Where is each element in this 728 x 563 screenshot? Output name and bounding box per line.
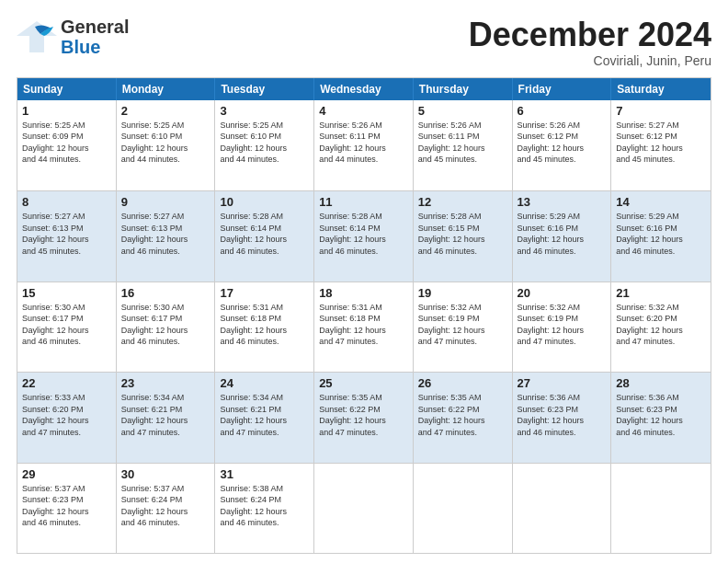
- day-27: 27 Sunrise: 5:36 AMSunset: 6:23 PMDaylig…: [513, 373, 612, 462]
- header-friday: Friday: [513, 78, 612, 100]
- calendar-week-2: 15 Sunrise: 5:30 AMSunset: 6:17 PMDaylig…: [17, 282, 711, 372]
- day-8: 8 Sunrise: 5:27 AMSunset: 6:13 PMDayligh…: [17, 191, 117, 281]
- day-7: 7 Sunrise: 5:27 AMSunset: 6:12 PMDayligh…: [611, 100, 711, 190]
- day-18: 18 Sunrise: 5:31 AMSunset: 6:18 PMDaylig…: [314, 282, 414, 372]
- header: General Blue December 2024 Coviriali, Ju…: [17, 17, 711, 68]
- day-empty-2: [414, 464, 513, 553]
- day-26: 26 Sunrise: 5:35 AMSunset: 6:22 PMDaylig…: [414, 373, 513, 462]
- day-16: 16 Sunrise: 5:30 AMSunset: 6:17 PMDaylig…: [117, 282, 216, 372]
- header-sunday: Sunday: [17, 78, 117, 100]
- day-20: 20 Sunrise: 5:32 AMSunset: 6:19 PMDaylig…: [513, 282, 612, 372]
- day-11: 11 Sunrise: 5:28 AMSunset: 6:14 PMDaylig…: [314, 191, 414, 281]
- day-4: 4 Sunrise: 5:26 AMSunset: 6:11 PMDayligh…: [314, 100, 414, 190]
- calendar-week-4: 29 Sunrise: 5:37 AMSunset: 6:23 PMDaylig…: [17, 463, 711, 553]
- svg-marker-0: [17, 21, 57, 52]
- page: General Blue December 2024 Coviriali, Ju…: [0, 0, 728, 563]
- calendar-body: 1 Sunrise: 5:25 AMSunset: 6:09 PMDayligh…: [17, 100, 711, 553]
- day-23: 23 Sunrise: 5:34 AMSunset: 6:21 PMDaylig…: [117, 373, 216, 462]
- day-22: 22 Sunrise: 5:33 AMSunset: 6:20 PMDaylig…: [17, 373, 117, 462]
- calendar-week-3: 22 Sunrise: 5:33 AMSunset: 6:20 PMDaylig…: [17, 372, 711, 462]
- day-5: 5 Sunrise: 5:26 AMSunset: 6:11 PMDayligh…: [414, 100, 513, 190]
- day-19: 19 Sunrise: 5:32 AMSunset: 6:19 PMDaylig…: [414, 282, 513, 372]
- day-30: 30 Sunrise: 5:37 AMSunset: 6:24 PMDaylig…: [117, 464, 216, 553]
- logo-general: General: [61, 17, 129, 37]
- day-6: 6 Sunrise: 5:26 AMSunset: 6:12 PMDayligh…: [513, 100, 612, 190]
- header-thursday: Thursday: [414, 78, 513, 100]
- day-29: 29 Sunrise: 5:37 AMSunset: 6:23 PMDaylig…: [17, 464, 117, 553]
- calendar-subtitle: Coviriali, Junin, Peru: [469, 53, 711, 68]
- calendar-week-0: 1 Sunrise: 5:25 AMSunset: 6:09 PMDayligh…: [17, 100, 711, 190]
- calendar-week-1: 8 Sunrise: 5:27 AMSunset: 6:13 PMDayligh…: [17, 190, 711, 281]
- day-17: 17 Sunrise: 5:31 AMSunset: 6:18 PMDaylig…: [215, 282, 314, 372]
- day-14: 14 Sunrise: 5:29 AMSunset: 6:16 PMDaylig…: [611, 191, 711, 281]
- day-empty-1: [314, 464, 414, 553]
- day-10: 10 Sunrise: 5:28 AMSunset: 6:14 PMDaylig…: [215, 191, 314, 281]
- header-saturday: Saturday: [611, 78, 711, 100]
- day-3: 3 Sunrise: 5:25 AMSunset: 6:10 PMDayligh…: [215, 100, 314, 190]
- day-1: 1 Sunrise: 5:25 AMSunset: 6:09 PMDayligh…: [17, 100, 117, 190]
- day-24: 24 Sunrise: 5:34 AMSunset: 6:21 PMDaylig…: [215, 373, 314, 462]
- title-block: December 2024 Coviriali, Junin, Peru: [469, 17, 711, 68]
- logo-blue: Blue: [61, 37, 129, 57]
- day-empty-3: [513, 464, 612, 553]
- calendar-header-row: Sunday Monday Tuesday Wednesday Thursday…: [17, 78, 711, 100]
- day-15: 15 Sunrise: 5:30 AMSunset: 6:17 PMDaylig…: [17, 282, 117, 372]
- logo: General Blue: [17, 17, 129, 57]
- header-wednesday: Wednesday: [314, 78, 414, 100]
- day-25: 25 Sunrise: 5:35 AMSunset: 6:22 PMDaylig…: [314, 373, 414, 462]
- day-2: 2 Sunrise: 5:25 AMSunset: 6:10 PMDayligh…: [117, 100, 216, 190]
- day-28: 28 Sunrise: 5:36 AMSunset: 6:23 PMDaylig…: [611, 373, 711, 462]
- logo-bird-icon: [17, 19, 57, 54]
- day-21: 21 Sunrise: 5:32 AMSunset: 6:20 PMDaylig…: [611, 282, 711, 372]
- calendar: Sunday Monday Tuesday Wednesday Thursday…: [17, 77, 711, 554]
- calendar-title: December 2024: [469, 17, 711, 53]
- header-tuesday: Tuesday: [215, 78, 314, 100]
- day-9: 9 Sunrise: 5:27 AMSunset: 6:13 PMDayligh…: [117, 191, 216, 281]
- day-13: 13 Sunrise: 5:29 AMSunset: 6:16 PMDaylig…: [513, 191, 612, 281]
- header-monday: Monday: [117, 78, 216, 100]
- day-empty-4: [611, 464, 711, 553]
- day-12: 12 Sunrise: 5:28 AMSunset: 6:15 PMDaylig…: [414, 191, 513, 281]
- day-31: 31 Sunrise: 5:38 AMSunset: 6:24 PMDaylig…: [215, 464, 314, 553]
